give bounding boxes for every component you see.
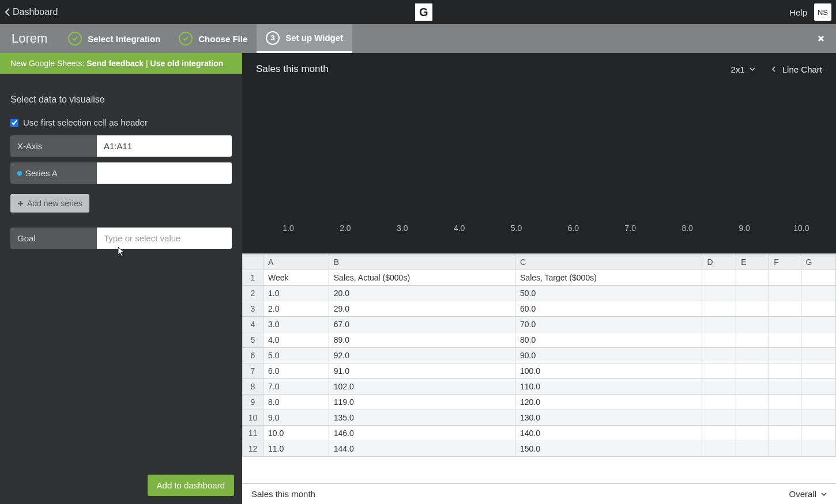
sheet-table[interactable]: ABCDEFG 1WeekSales, Actual ($000s)Sales,…: [242, 254, 836, 457]
cell[interactable]: 50.0: [515, 286, 702, 301]
cell[interactable]: [736, 410, 769, 426]
cell[interactable]: 1.0: [263, 286, 329, 301]
cell[interactable]: [736, 395, 769, 410]
overall-selector[interactable]: Overall: [789, 489, 827, 499]
cell[interactable]: [702, 426, 736, 441]
cell[interactable]: [801, 270, 835, 286]
row-header[interactable]: 12: [243, 441, 263, 457]
cell[interactable]: [801, 395, 835, 410]
cell[interactable]: 11.0: [263, 441, 329, 457]
cell[interactable]: 146.0: [329, 426, 515, 441]
cell[interactable]: 4.0: [263, 332, 329, 348]
cell[interactable]: 92.0: [329, 348, 515, 363]
app-logo[interactable]: G: [415, 3, 432, 21]
row-header[interactable]: 4: [243, 317, 263, 332]
cell[interactable]: [736, 332, 769, 348]
spreadsheet[interactable]: ABCDEFG 1WeekSales, Actual ($000s)Sales,…: [242, 253, 836, 483]
cell[interactable]: 135.0: [329, 410, 515, 426]
cell[interactable]: Sales, Target ($000s): [515, 270, 702, 286]
cell[interactable]: [736, 379, 769, 395]
series-a-input[interactable]: [97, 162, 232, 184]
row-header[interactable]: 1: [243, 270, 263, 286]
row-header[interactable]: 8: [243, 379, 263, 395]
cell[interactable]: [801, 363, 835, 379]
cell[interactable]: [769, 286, 801, 301]
cell[interactable]: [801, 286, 835, 301]
cell[interactable]: [736, 270, 769, 286]
cell[interactable]: 102.0: [329, 379, 515, 395]
cell[interactable]: 100.0: [515, 363, 702, 379]
cell[interactable]: 10.0: [263, 426, 329, 441]
cell[interactable]: [769, 363, 801, 379]
cell[interactable]: [736, 348, 769, 363]
use-header-checkbox-row[interactable]: Use first selection cell as header: [10, 118, 232, 127]
cell[interactable]: [702, 286, 736, 301]
cell[interactable]: [702, 441, 736, 457]
cell[interactable]: [769, 270, 801, 286]
cell[interactable]: [769, 348, 801, 363]
close-button[interactable]: [818, 33, 824, 45]
column-header[interactable]: F: [769, 255, 801, 270]
column-header[interactable]: A: [263, 255, 329, 270]
chart-type-selector[interactable]: Line Chart: [771, 65, 822, 74]
cell[interactable]: [801, 441, 835, 457]
cell[interactable]: 6.0: [263, 363, 329, 379]
cell[interactable]: [702, 317, 736, 332]
user-avatar[interactable]: NS: [814, 3, 831, 21]
step-choose-file[interactable]: Choose File: [170, 24, 257, 53]
cell[interactable]: [769, 332, 801, 348]
cell[interactable]: [801, 317, 835, 332]
cell[interactable]: [801, 301, 835, 317]
row-header[interactable]: 3: [243, 301, 263, 317]
cell[interactable]: 144.0: [329, 441, 515, 457]
cell[interactable]: 29.0: [329, 301, 515, 317]
widget-size-selector[interactable]: 2x1: [731, 65, 755, 74]
back-button[interactable]: Dashboard: [5, 7, 58, 17]
row-header[interactable]: 11: [243, 426, 263, 441]
cell[interactable]: [736, 317, 769, 332]
step-set-up-widget[interactable]: 3 Set up Widget: [257, 24, 352, 53]
cell[interactable]: 150.0: [515, 441, 702, 457]
cell[interactable]: [702, 410, 736, 426]
cell[interactable]: Sales, Actual ($000s): [329, 270, 515, 286]
cell[interactable]: [801, 332, 835, 348]
cell[interactable]: 80.0: [515, 332, 702, 348]
cell[interactable]: [702, 348, 736, 363]
cell[interactable]: [702, 395, 736, 410]
cell[interactable]: [702, 270, 736, 286]
cell[interactable]: [702, 301, 736, 317]
cell[interactable]: 89.0: [329, 332, 515, 348]
cell[interactable]: 8.0: [263, 395, 329, 410]
cell[interactable]: 70.0: [515, 317, 702, 332]
sheet-tab[interactable]: Sales this month: [251, 489, 315, 499]
cell[interactable]: [801, 379, 835, 395]
cell[interactable]: 3.0: [263, 317, 329, 332]
cell[interactable]: [736, 301, 769, 317]
cell[interactable]: [801, 410, 835, 426]
row-header[interactable]: 5: [243, 332, 263, 348]
cell[interactable]: 90.0: [515, 348, 702, 363]
column-header[interactable]: D: [702, 255, 736, 270]
cell[interactable]: 91.0: [329, 363, 515, 379]
cell[interactable]: [769, 395, 801, 410]
column-header[interactable]: G: [801, 255, 835, 270]
row-header[interactable]: 7: [243, 363, 263, 379]
cell[interactable]: 2.0: [263, 301, 329, 317]
cell[interactable]: 20.0: [329, 286, 515, 301]
send-feedback-link[interactable]: Send feedback: [86, 59, 144, 68]
cell[interactable]: [769, 317, 801, 332]
cell[interactable]: 140.0: [515, 426, 702, 441]
cell[interactable]: [736, 286, 769, 301]
goal-input[interactable]: [97, 228, 232, 249]
column-header[interactable]: B: [329, 255, 515, 270]
cell[interactable]: [736, 426, 769, 441]
cell[interactable]: 9.0: [263, 410, 329, 426]
cell[interactable]: Week: [263, 270, 329, 286]
row-header[interactable]: 6: [243, 348, 263, 363]
column-header[interactable]: C: [515, 255, 702, 270]
add-to-dashboard-button[interactable]: Add to dashboard: [148, 475, 234, 496]
cell[interactable]: 5.0: [263, 348, 329, 363]
xaxis-input[interactable]: [97, 135, 232, 157]
cell[interactable]: [702, 332, 736, 348]
use-header-checkbox[interactable]: [10, 119, 18, 127]
